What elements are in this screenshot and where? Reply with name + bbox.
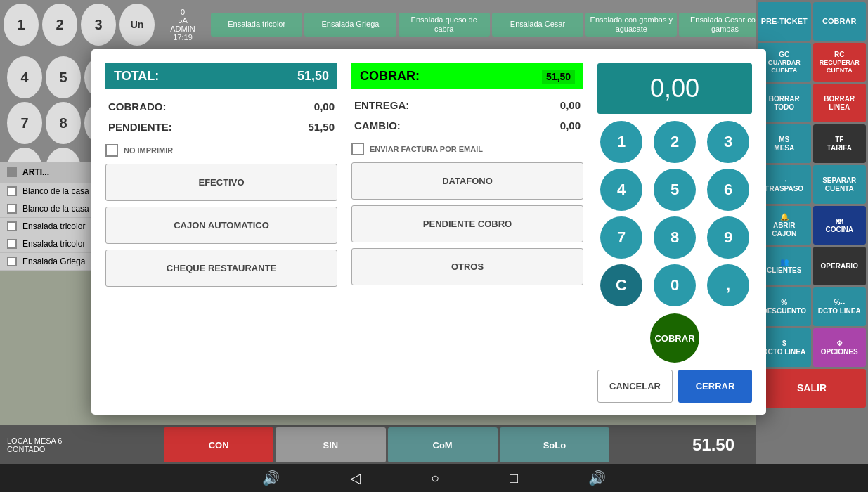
total-row: TOTAL: 51,50 xyxy=(105,63,337,89)
opciones-btn[interactable]: ⚙OPCIONES xyxy=(813,328,867,367)
enviar-factura-label: ENVIAR FACTURA POR EMAIL xyxy=(370,145,483,153)
num-btn-2[interactable]: 2 xyxy=(42,4,77,46)
total-value: 51,50 xyxy=(297,69,329,84)
cobrar-row: COBRAR: 51,50 xyxy=(351,63,583,89)
np-btn-8[interactable]: 8 xyxy=(654,216,696,259)
otros-btn[interactable]: OTROS xyxy=(351,248,583,285)
cobrado-value: 0,00 xyxy=(314,101,335,112)
left-num-5[interactable]: 5 xyxy=(46,56,81,98)
left-num-4[interactable]: 4 xyxy=(7,56,42,98)
datafono-btn[interactable]: DATAFONO xyxy=(351,162,583,200)
pendiente-row: PENDIENTE: 51,50 xyxy=(105,117,337,137)
modal-numpad: 0,00 1 2 3 4 5 6 7 8 9 C 0 , COBRAR CANC… xyxy=(597,63,752,403)
np-btn-4[interactable]: 4 xyxy=(600,169,642,211)
android-nav: 🔊 ◁ ○ □ 🔊 xyxy=(0,464,868,492)
operario-btn[interactable]: OPERARIO xyxy=(813,247,867,285)
cambio-label: CAMBIO: xyxy=(354,119,401,131)
center-info: 0 5A ADMIN 17:19 xyxy=(158,8,207,41)
cambio-row: CAMBIO: 0,00 xyxy=(351,115,583,136)
efectivo-btn[interactable]: EFECTIVO xyxy=(105,164,337,201)
status-line1: LOCAL MESA 6 xyxy=(7,436,62,445)
entrega-value: 0,00 xyxy=(560,99,581,111)
cerrar-btn[interactable]: CERRAR xyxy=(678,370,752,403)
np-btn-7[interactable]: 7 xyxy=(600,216,642,259)
cajon-automatico-btn[interactable]: CAJON AUTOMATICO xyxy=(105,207,337,244)
numpad-grid: 1 2 3 4 5 6 7 8 9 C 0 , xyxy=(597,121,752,306)
tf-tarifa-btn[interactable]: TFTARIFA xyxy=(813,124,867,163)
payment-buttons-right: DATAFONO PENDIENTE COBRO OTROS xyxy=(351,162,583,285)
modal-left: TOTAL: 51,50 COBRADO: 0,00 PENDIENTE: 51… xyxy=(105,63,337,403)
salir-btn[interactable]: SALIR xyxy=(758,369,866,408)
np-btn-9[interactable]: 9 xyxy=(707,216,749,259)
entrega-row: ENTREGA: 0,00 xyxy=(351,95,583,115)
left-num-8[interactable]: 8 xyxy=(46,102,81,144)
sin-btn[interactable]: SIN xyxy=(276,427,385,462)
np-btn-3[interactable]: 3 xyxy=(707,121,749,163)
cobrar-badge: 51,50 xyxy=(542,70,575,84)
nav-home-icon[interactable]: ○ xyxy=(431,470,439,486)
entrega-label: ENTREGA: xyxy=(354,99,409,111)
right-panel: PRE-TICKET COBRAR GCGUARDARCUENTA RCRECU… xyxy=(756,0,868,464)
num-btn-1[interactable]: 1 xyxy=(4,4,39,46)
no-imprimir-label: NO IMPRIMIR xyxy=(124,146,173,155)
no-imprimir-row: NO IMPRIMIR xyxy=(105,144,337,157)
menu-btn-ensalada-griega[interactable]: Ensalada Griega xyxy=(304,13,396,37)
bottom-buttons: CON SIN CoM SoLo xyxy=(162,425,611,464)
np-btn-6[interactable]: 6 xyxy=(707,169,749,211)
borrar-linea-btn[interactable]: BORRARLINEA xyxy=(813,84,867,122)
cobrar-btn-right[interactable]: COBRAR xyxy=(813,2,867,41)
np-btn-c[interactable]: C xyxy=(600,264,642,306)
num-btn-3[interactable]: 3 xyxy=(81,4,116,46)
recuperar-cuenta-btn[interactable]: RCRECUPERARCUENTA xyxy=(813,43,867,82)
menu-btn-ensalada-gambas[interactable]: Ensalada con gambas y aguacate xyxy=(585,13,677,37)
np-btn-1[interactable]: 1 xyxy=(600,121,642,163)
status-amount: 51.50 xyxy=(692,435,734,455)
status-line2: CONTADO xyxy=(7,445,62,453)
pendiente-label: PENDIENTE: xyxy=(108,121,172,133)
cobrar-label: COBRAR: xyxy=(360,69,420,84)
dcto-linea-btn[interactable]: %--DCTO LINEA xyxy=(813,287,867,326)
nav-recent-icon[interactable]: □ xyxy=(510,470,518,486)
enviar-factura-row: ENVIAR FACTURA POR EMAIL xyxy=(351,143,583,155)
np-btn-0[interactable]: 0 xyxy=(654,264,696,306)
action-buttons: CANCELAR CERRAR xyxy=(597,370,752,403)
pre-ticket-btn[interactable]: PRE-TICKET xyxy=(758,2,811,41)
cheque-restaurante-btn[interactable]: CHEQUE RESTAURANTE xyxy=(105,250,337,287)
total-label: TOTAL: xyxy=(114,69,159,84)
payment-buttons-left: EFECTIVO CAJON AUTOMATICO CHEQUE RESTAUR… xyxy=(105,164,337,287)
com-btn[interactable]: CoM xyxy=(388,427,498,462)
pendiente-value: 51,50 xyxy=(308,121,335,133)
np-btn-comma[interactable]: , xyxy=(707,264,749,306)
np-btn-5[interactable]: 5 xyxy=(654,169,696,211)
cobrar-circle-btn[interactable]: COBRAR xyxy=(650,313,699,363)
left-num-7[interactable]: 7 xyxy=(7,102,42,144)
cobrado-label: COBRADO: xyxy=(108,101,167,112)
num-btn-un[interactable]: Un xyxy=(119,4,155,46)
pendiente-cobro-btn[interactable]: PENDIENTE COBRO xyxy=(351,205,583,242)
enviar-factura-checkbox[interactable] xyxy=(351,143,364,155)
separar-cuenta-btn[interactable]: SEPARARCUENTA xyxy=(813,165,867,204)
menu-btn-ensalada-tricolor[interactable]: Ensalada tricolor xyxy=(211,13,302,37)
solo-btn[interactable]: SoLo xyxy=(500,427,609,462)
menu-btn-ensalada-queso[interactable]: Ensalada queso de cabra xyxy=(399,13,490,37)
np-btn-2[interactable]: 2 xyxy=(654,121,696,163)
nav-volume-icon[interactable]: 🔊 xyxy=(262,470,280,486)
no-imprimir-checkbox[interactable] xyxy=(105,144,118,157)
payment-modal: TOTAL: 51,50 COBRADO: 0,00 PENDIENTE: 51… xyxy=(91,49,766,415)
nav-volume2-icon[interactable]: 🔊 xyxy=(588,470,606,486)
menu-btn-ensalada-cesar[interactable]: Ensalada Cesar xyxy=(492,13,583,37)
numpad-display: 0,00 xyxy=(597,63,752,114)
cobrado-row: COBRADO: 0,00 xyxy=(105,96,337,117)
modal-middle: COBRAR: 51,50 ENTREGA: 0,00 CAMBIO: 0,00… xyxy=(351,63,583,403)
top-bar: 1 2 3 Un 0 5A ADMIN 17:19 Ensalada trico… xyxy=(0,0,868,49)
con-btn[interactable]: CON xyxy=(164,427,273,462)
nav-back-icon[interactable]: ◁ xyxy=(350,470,361,486)
cambio-value: 0,00 xyxy=(560,119,581,131)
cocina-btn[interactable]: 🍽COCINA xyxy=(813,206,867,245)
cancelar-btn[interactable]: CANCELAR xyxy=(597,370,673,403)
